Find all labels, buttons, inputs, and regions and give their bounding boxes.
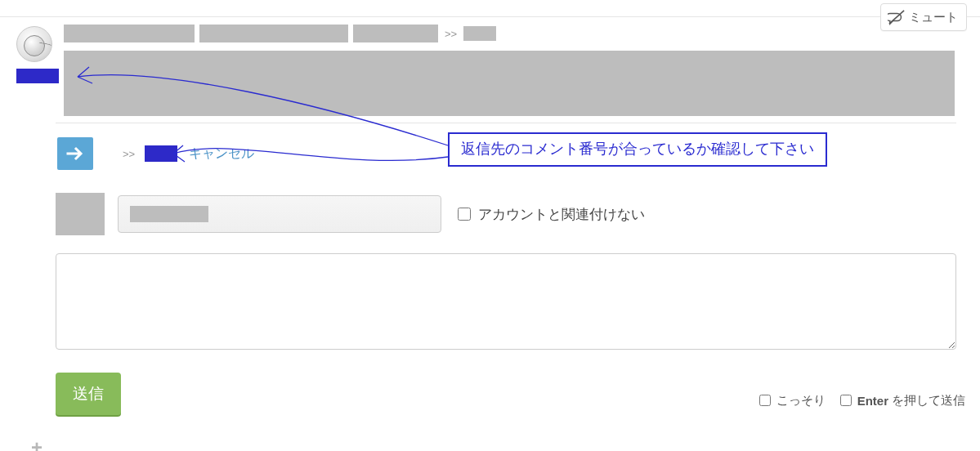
comment-textarea[interactable] [56,253,956,350]
divider [56,123,956,123]
mute-button[interactable]: ミュート [880,3,967,31]
quoted-comment-body [64,51,955,116]
mute-label: ミュート [909,10,958,25]
redacted-text [64,25,195,42]
no-link-account-checkbox[interactable] [458,208,471,221]
mute-icon [888,9,906,25]
submit-options: こっそり Enterを押して送信 [756,392,965,409]
enter-to-send-label: を押して送信 [892,393,965,409]
annotation-text: 返信先のコメント番号が合っているか確認して下さい [461,141,814,157]
svg-line-0 [889,11,904,24]
plus-icon[interactable]: + [31,438,43,451]
reply-arrow-button[interactable] [57,137,93,170]
reply-marker: >> [443,28,459,40]
redacted-text [353,25,438,42]
reply-target-number-redacted [145,145,177,162]
no-link-account-option[interactable]: アカウントと関連付けない [454,205,645,224]
enter-to-send-checkbox[interactable] [840,395,852,406]
annotation-callout: 返信先のコメント番号が合っているか確認して下さい [448,132,827,167]
arrow-right-icon [66,146,84,161]
redacted-comment-number [463,26,496,41]
avatar-block [16,26,53,83]
no-link-account-label: アカウントと関連付けない [478,205,645,224]
cancel-link[interactable]: キャンセル [189,145,254,163]
top-divider [0,16,980,17]
redacted-text [199,25,348,42]
name-input[interactable] [118,195,441,233]
submit-button[interactable]: 送信 [56,373,121,415]
user-tag-redacted [16,69,59,83]
secret-label: こっそり [776,393,826,409]
secret-checkbox[interactable] [759,395,771,406]
comment-header: >> [64,25,496,42]
redacted-name-value [130,206,208,222]
avatar-placeholder [56,193,105,235]
reply-target-row: >> キャンセル [57,137,254,170]
secret-option[interactable]: こっそり [756,392,826,409]
account-row: アカウントと関連付けない [56,193,645,235]
reply-marker: >> [123,148,135,160]
enter-key-label: Enter [857,394,888,408]
enter-to-send-option[interactable]: Enterを押して送信 [837,392,965,409]
avatar[interactable] [16,26,52,62]
